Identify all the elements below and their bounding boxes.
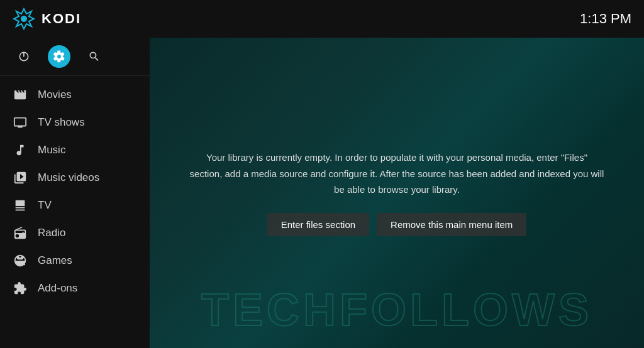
sidebar-item-radio[interactable]: Radio [0, 219, 150, 247]
main-layout: Movies TV shows Music Musi [0, 38, 644, 348]
power-button[interactable] [13, 45, 35, 68]
sidebar-item-games[interactable]: Games [0, 247, 150, 275]
games-label: Games [38, 254, 72, 267]
tvshows-icon [13, 115, 28, 130]
watermark-text: TECHFOLLOWS [201, 284, 592, 335]
movies-label: Movies [38, 89, 72, 101]
top-bar: KODI 1:13 PM [0, 0, 644, 38]
app-title: KODI [42, 11, 81, 27]
sidebar-item-musicvideos[interactable]: Music videos [0, 164, 150, 192]
movies-icon [13, 87, 28, 102]
svg-point-1 [21, 16, 27, 22]
tv-label: TV [38, 199, 52, 212]
remove-menu-item-button[interactable]: Remove this main menu item [377, 213, 526, 236]
tv-icon [13, 198, 28, 213]
musicvideos-icon [13, 170, 28, 185]
music-label: Music [38, 144, 65, 156]
content-area: Your library is currently empty. In orde… [150, 38, 644, 348]
radio-icon [13, 226, 28, 241]
search-button[interactable] [83, 45, 106, 68]
logo-area: KODI [13, 8, 81, 30]
library-empty-message: Your library is currently empty. In orde… [177, 150, 617, 198]
sidebar-nav: Movies TV shows Music Musi [0, 76, 150, 348]
sidebar-item-addons[interactable]: Add-ons [0, 275, 150, 302]
addons-icon [13, 281, 28, 296]
games-icon [13, 253, 28, 268]
action-buttons: Enter files section Remove this main men… [267, 213, 527, 236]
sidebar-item-music[interactable]: Music [0, 136, 150, 164]
kodi-logo-icon [13, 8, 35, 30]
sidebar-item-movies[interactable]: Movies [0, 81, 150, 109]
enter-files-button[interactable]: Enter files section [267, 213, 369, 236]
clock-display: 1:13 PM [580, 11, 631, 27]
radio-label: Radio [38, 227, 65, 239]
sidebar-icon-bar [0, 38, 150, 76]
sidebar-item-tv[interactable]: TV [0, 192, 150, 219]
tvshows-label: TV shows [38, 116, 85, 129]
addons-label: Add-ons [38, 282, 77, 295]
settings-button[interactable] [48, 45, 70, 68]
music-icon [13, 143, 28, 158]
sidebar: Movies TV shows Music Musi [0, 38, 150, 348]
sidebar-item-tvshows[interactable]: TV shows [0, 109, 150, 136]
musicvideos-label: Music videos [38, 171, 99, 184]
